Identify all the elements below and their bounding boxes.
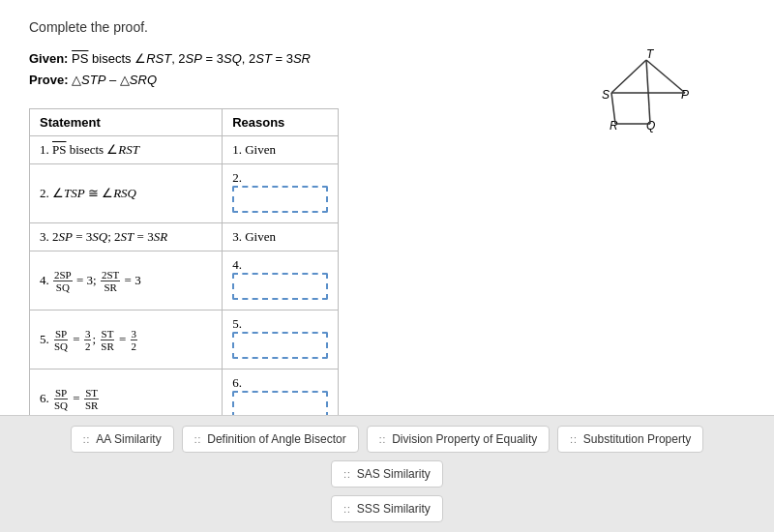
- tile-dots: ::: [83, 434, 91, 445]
- tile-label: SSS Similarity: [357, 502, 431, 516]
- svg-line-7: [646, 60, 685, 93]
- drop-zone-4[interactable]: [232, 273, 328, 300]
- stmt-3: 3. 2SP = 3SQ; 2ST = 3SR: [30, 223, 223, 251]
- drag-tiles-row-1: :: AA Similarity :: Definition of Angle …: [15, 426, 759, 488]
- prove-label: Prove:: [29, 73, 68, 87]
- tile-dots: ::: [343, 504, 351, 515]
- reason-4-box[interactable]: 4.: [223, 251, 339, 310]
- tile-dots: ::: [379, 434, 387, 445]
- given-text: PS bisects ∠RST, 2SP = 3SQ, 2ST = 3SR: [72, 51, 311, 66]
- reason-header: Reasons: [223, 109, 339, 136]
- table-row: 1. PS bisects ∠RST 1. Given: [30, 136, 339, 164]
- tile-division-property[interactable]: :: Division Property of Equality: [367, 426, 551, 453]
- svg-line-10: [646, 60, 650, 124]
- reason-1: 1. Given: [223, 136, 339, 164]
- svg-text:Q: Q: [646, 119, 655, 133]
- prove-text: △STP – △SRQ: [72, 73, 157, 87]
- table-row: 6. SPSQ = STSR 6.: [30, 369, 339, 415]
- tile-sas-similarity[interactable]: :: SAS Similarity: [331, 460, 443, 488]
- main-content: Complete the proof. T S R Q P: [0, 0, 774, 415]
- diagram: T S R Q P: [580, 48, 697, 126]
- drop-zone-5[interactable]: [232, 332, 328, 359]
- table-row: 3. 2SP = 3SQ; 2ST = 3SR 3. Given: [30, 223, 339, 251]
- table-row: 5. SPSQ = 32; STSR = 32 5.: [30, 310, 339, 369]
- stmt-1: 1. PS bisects ∠RST: [30, 136, 223, 164]
- stmt-6: 6. SPSQ = STSR: [30, 369, 223, 415]
- stmt-2: 2. ∠TSP ≅ ∠RSQ: [30, 164, 223, 223]
- tile-substitution[interactable]: :: Substitution Property: [557, 426, 703, 453]
- tile-sss-similarity[interactable]: :: SSS Similarity: [331, 495, 443, 522]
- bottom-bar: :: AA Similarity :: Definition of Angle …: [0, 415, 774, 532]
- tile-dots: ::: [570, 434, 578, 445]
- given-label: Given:: [29, 51, 68, 66]
- reason-5-box[interactable]: 5.: [223, 310, 339, 369]
- drop-zone-2[interactable]: [232, 186, 328, 213]
- svg-text:R: R: [610, 119, 618, 133]
- instruction-text: Complete the proof.: [29, 19, 745, 35]
- tile-label: Substitution Property: [583, 432, 691, 446]
- tile-label: Division Property of Equality: [392, 432, 537, 446]
- drop-zone-6[interactable]: [232, 391, 328, 415]
- proof-table: Statement Reasons 1. PS bisects ∠RST 1. …: [29, 108, 339, 415]
- tile-label: SAS Similarity: [357, 467, 431, 481]
- tile-label: AA Similarity: [96, 432, 161, 446]
- given-ps: PS: [72, 51, 88, 66]
- tile-dots: ::: [343, 469, 351, 480]
- drag-tiles-row-2: :: SSS Similarity: [15, 495, 759, 522]
- table-row: 2. ∠TSP ≅ ∠RSQ 2.: [30, 164, 339, 223]
- reason-3: 3. Given: [223, 223, 339, 251]
- table-row: 4. 2SPSQ = 3; 2STSR = 3 4.: [30, 251, 339, 310]
- tile-def-angle-bisector[interactable]: :: Definition of Angle Bisector: [182, 426, 359, 453]
- stmt-5: 5. SPSQ = 32; STSR = 32: [30, 310, 223, 369]
- stmt-4: 4. 2SPSQ = 3; 2STSR = 3: [30, 251, 223, 310]
- reason-6-box[interactable]: 6.: [223, 369, 339, 415]
- svg-text:T: T: [646, 48, 655, 61]
- svg-text:S: S: [602, 88, 610, 102]
- tile-aa-similarity[interactable]: :: AA Similarity: [71, 426, 174, 453]
- tile-dots: ::: [194, 434, 202, 445]
- svg-line-5: [611, 60, 646, 93]
- statement-header: Statement: [30, 109, 223, 136]
- tile-label: Definition of Angle Bisector: [207, 432, 345, 446]
- reason-2-box[interactable]: 2.: [223, 164, 339, 223]
